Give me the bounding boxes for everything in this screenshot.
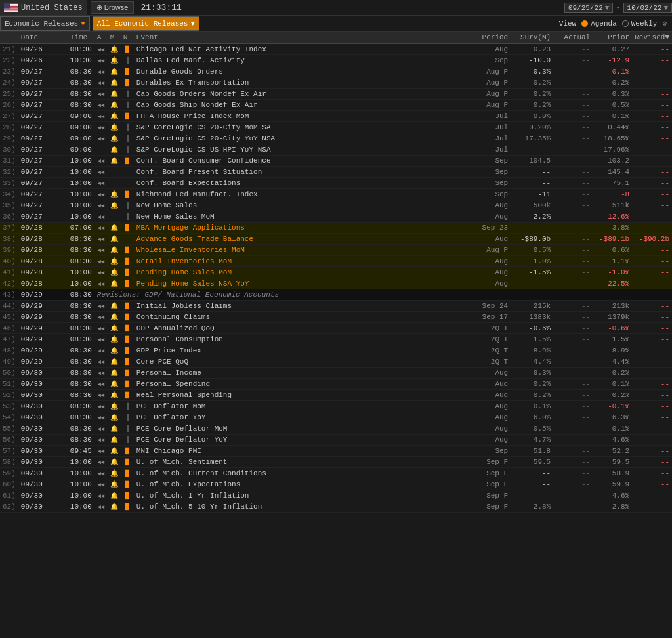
table-row[interactable]: 56) 09/30 08:30 ◀◀ 🔔 ▐ PCE Core Deflator…: [0, 435, 672, 446]
table-row[interactable]: 60) 09/30 10:00 ◀◀ 🔔 ▐▌ U. of Mich. Expe…: [0, 479, 672, 490]
row-alert[interactable]: ◀◀: [94, 89, 108, 100]
table-row[interactable]: 49) 09/29 08:30 ◀◀ 🔔 ▐▌ Core PCE QoQ 2Q …: [0, 356, 672, 368]
row-chart[interactable]: ▐: [121, 200, 134, 211]
row-bell[interactable]: 🔔: [108, 423, 121, 435]
row-alert[interactable]: ◀◀: [94, 133, 108, 144]
row-bell[interactable]: 🔔: [108, 267, 121, 278]
row-chart[interactable]: ▐▌: [121, 457, 134, 468]
row-alert[interactable]: ◀◀: [94, 501, 108, 513]
row-alert[interactable]: ◀◀: [94, 479, 108, 490]
row-chart[interactable]: ▐▌: [121, 189, 134, 200]
row-chart[interactable]: ▐: [121, 100, 134, 111]
row-chart[interactable]: ▐▌: [121, 468, 134, 479]
table-row[interactable]: 48) 09/29 08:30 ◀◀ 🔔 ▐▌ GDP Price Index …: [0, 345, 672, 356]
row-alert[interactable]: ◀◀: [94, 356, 108, 368]
row-bell[interactable]: 🔔: [108, 379, 121, 390]
row-chart[interactable]: ▐: [121, 211, 134, 223]
browse-button[interactable]: ⊕ Browse: [91, 1, 135, 14]
row-bell[interactable]: [108, 178, 121, 189]
row-bell[interactable]: 🔔: [108, 312, 121, 323]
row-chart[interactable]: ▐▌: [121, 345, 134, 356]
row-chart[interactable]: ▐▌: [121, 301, 134, 312]
row-chart[interactable]: ▐▌: [121, 501, 134, 513]
table-row[interactable]: 62) 09/30 10:00 ◀◀ 🔔 ▐▌ U. of Mich. 5-10…: [0, 501, 672, 513]
table-row[interactable]: 54) 09/30 08:30 ◀◀ 🔔 ▐ PCE Deflator YoY …: [0, 412, 672, 423]
table-row[interactable]: 55) 09/30 08:30 ◀◀ 🔔 ▐ PCE Core Deflator…: [0, 423, 672, 435]
row-bell[interactable]: [108, 167, 121, 178]
table-row[interactable]: 58) 09/30 10:00 ◀◀ 🔔 ▐▌ U. of Mich. Sent…: [0, 457, 672, 468]
row-alert[interactable]: ◀◀: [94, 200, 108, 211]
row-chart[interactable]: ▐▌: [121, 245, 134, 256]
table-row[interactable]: 34) 09/27 10:00 ◀◀ 🔔 ▐▌ Richmond Fed Man…: [0, 189, 672, 200]
row-alert[interactable]: ◀◀: [94, 278, 108, 289]
row-chart[interactable]: ▐: [121, 423, 134, 435]
table-row[interactable]: 61) 09/30 10:00 ◀◀ 🔔 ▐▌ U. of Mich. 1 Yr…: [0, 490, 672, 501]
row-alert[interactable]: ◀◀: [94, 312, 108, 323]
row-bell[interactable]: 🔔: [108, 368, 121, 379]
row-bell[interactable]: 🔔: [108, 501, 121, 513]
row-alert[interactable]: ◀◀: [94, 189, 108, 200]
row-bell[interactable]: 🔔: [108, 223, 121, 234]
row-chart[interactable]: ▐▌: [121, 111, 134, 122]
row-bell[interactable]: 🔔: [108, 66, 121, 77]
table-row[interactable]: 25) 09/27 08:30 ◀◀ 🔔 ▐ Cap Goods Orders …: [0, 89, 672, 100]
table-row[interactable]: 23) 09/27 08:30 ◀◀ 🔔 ▐▌ Durable Goods Or…: [0, 66, 672, 77]
row-chart[interactable]: ▐▌: [121, 44, 134, 55]
row-bell[interactable]: [108, 211, 121, 223]
row-alert[interactable]: ◀◀: [94, 66, 108, 77]
table-row[interactable]: 30) 09/27 09:00 🔔 ▐ S&P CoreLogic CS US …: [0, 144, 672, 156]
row-chart[interactable]: ▐: [121, 122, 134, 133]
table-row[interactable]: 29) 09/27 09:00 ◀◀ 🔔 ▐ S&P CoreLogic CS …: [0, 133, 672, 144]
table-row[interactable]: 26) 09/27 08:30 ◀◀ 🔔 ▐ Cap Goods Ship No…: [0, 100, 672, 111]
row-alert[interactable]: ◀◀: [94, 167, 108, 178]
table-row[interactable]: 50) 09/30 08:30 ◀◀ 🔔 ▐▌ Personal Income …: [0, 368, 672, 379]
row-chart[interactable]: ▐▌: [121, 156, 134, 167]
table-row[interactable]: 43) 09/29 08:30 Revisions: GDP/ National…: [0, 289, 672, 301]
row-alert[interactable]: ◀◀: [94, 490, 108, 501]
row-bell[interactable]: 🔔: [108, 446, 121, 457]
table-row[interactable]: 33) 09/27 10:00 ◀◀ Conf. Board Expectati…: [0, 178, 672, 189]
country-selector[interactable]: United States: [0, 0, 87, 15]
row-bell[interactable]: 🔔: [108, 323, 121, 334]
row-alert[interactable]: ◀◀: [94, 412, 108, 423]
row-chart[interactable]: ▐▌: [121, 379, 134, 390]
row-bell[interactable]: 🔔: [108, 256, 121, 267]
row-alert[interactable]: ◀◀: [94, 379, 108, 390]
table-row[interactable]: 59) 09/30 10:00 ◀◀ 🔔 ▐▌ U. of Mich. Curr…: [0, 468, 672, 479]
table-row[interactable]: 28) 09/27 09:00 ◀◀ 🔔 ▐ S&P CoreLogic CS …: [0, 122, 672, 133]
row-chart[interactable]: ▐▌: [121, 312, 134, 323]
row-alert[interactable]: ◀◀: [94, 100, 108, 111]
table-row[interactable]: 57) 09/30 09:45 ◀◀ 🔔 ▐▌ MNI Chicago PMI …: [0, 446, 672, 457]
row-chart[interactable]: ▐: [121, 412, 134, 423]
row-bell[interactable]: 🔔: [108, 490, 121, 501]
row-alert[interactable]: ◀◀: [94, 211, 108, 223]
row-alert[interactable]: ◀◀: [94, 122, 108, 133]
table-row[interactable]: 24) 09/27 08:30 ◀◀ 🔔 ▐▌ Durables Ex Tran…: [0, 77, 672, 89]
row-alert[interactable]: ◀◀: [94, 423, 108, 435]
row-alert[interactable]: ◀◀: [94, 234, 108, 245]
row-chart[interactable]: ▐▌: [121, 479, 134, 490]
row-chart[interactable]: ▐▌: [121, 77, 134, 89]
date-to-box[interactable]: 10/02/22 ▼: [623, 3, 672, 13]
row-chart[interactable]: [121, 178, 134, 189]
table-row[interactable]: 35) 09/27 10:00 ◀◀ 🔔 ▐ New Home Sales Au…: [0, 200, 672, 211]
table-row[interactable]: 39) 09/28 08:30 ◀◀ 🔔 ▐▌ Wholesale Invent…: [0, 245, 672, 256]
row-bell[interactable]: 🔔: [108, 234, 121, 245]
row-bell[interactable]: 🔔: [108, 77, 121, 89]
row-alert[interactable]: ◀◀: [94, 44, 108, 55]
row-alert[interactable]: ◀◀: [94, 77, 108, 89]
weekly-radio-group[interactable]: Weekly: [622, 20, 658, 28]
table-row[interactable]: 36) 09/27 10:00 ◀◀ ▐ New Home Sales MoM …: [0, 211, 672, 223]
row-alert[interactable]: ◀◀: [94, 401, 108, 412]
row-chart[interactable]: ▐▌: [121, 267, 134, 278]
row-bell[interactable]: 🔔: [108, 55, 121, 66]
calendar-icon-2[interactable]: ▼: [663, 4, 668, 12]
row-chart[interactable]: ▐: [121, 133, 134, 144]
row-bell[interactable]: 🔔: [108, 100, 121, 111]
row-bell[interactable]: 🔔: [108, 122, 121, 133]
weekly-radio[interactable]: [622, 20, 629, 27]
row-alert[interactable]: ◀◀: [94, 468, 108, 479]
row-alert[interactable]: ◀◀: [94, 55, 108, 66]
table-row[interactable]: 46) 09/29 08:30 ◀◀ 🔔 ▐▌ GDP Annualized Q…: [0, 323, 672, 334]
row-alert[interactable]: ◀◀: [94, 245, 108, 256]
